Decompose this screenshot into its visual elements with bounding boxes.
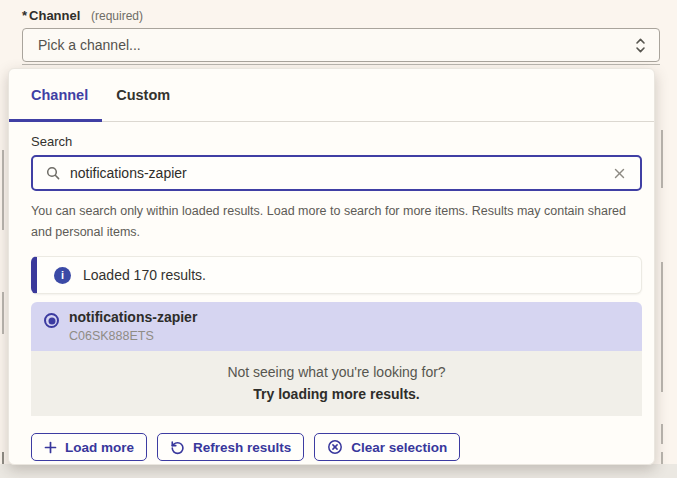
tab-custom[interactable]: Custom xyxy=(102,69,184,121)
radio-selected-icon[interactable] xyxy=(44,313,59,328)
loaded-results-text: Loaded 170 results. xyxy=(83,267,206,283)
background-form-fragment xyxy=(2,292,4,334)
background-form-fragment xyxy=(661,424,663,444)
required-asterisk: * xyxy=(22,8,27,23)
dropdown-content: Search You can search only within loaded… xyxy=(9,122,654,461)
page-bottom-strip xyxy=(0,464,677,478)
clear-circle-icon xyxy=(327,439,343,455)
background-form-fragment xyxy=(22,64,660,65)
field-label-text: Channel xyxy=(29,8,80,23)
select-chevron-icon xyxy=(634,36,647,55)
search-field xyxy=(31,155,642,191)
channel-select-placeholder: Pick a channel... xyxy=(38,37,141,53)
search-label: Search xyxy=(31,134,642,149)
refresh-results-button[interactable]: Refresh results xyxy=(157,433,304,461)
background-form-fragment xyxy=(661,130,663,188)
tab-channel[interactable]: Channel xyxy=(9,69,102,121)
not-seeing-question: Not seeing what you're looking for? xyxy=(41,364,632,380)
option-title: notifications-zapier xyxy=(69,309,197,326)
tab-custom-label: Custom xyxy=(116,87,170,103)
tab-bar: Channel Custom xyxy=(9,69,654,122)
refresh-results-label: Refresh results xyxy=(193,440,291,455)
refresh-icon xyxy=(170,440,185,455)
info-icon: i xyxy=(54,267,71,284)
not-seeing-hint: Not seeing what you're looking for? Try … xyxy=(31,351,642,416)
search-input[interactable] xyxy=(70,165,611,181)
required-hint: (required) xyxy=(91,9,143,23)
search-icon xyxy=(45,165,61,181)
loaded-results-alert: i Loaded 170 results. xyxy=(31,256,642,294)
clear-selection-button[interactable]: Clear selection xyxy=(314,433,460,461)
option-texts: notifications-zapier C06SK888ETS xyxy=(69,309,197,344)
search-clear-icon[interactable] xyxy=(611,165,628,182)
background-form-fragment xyxy=(661,262,663,392)
option-subtitle: C06SK888ETS xyxy=(69,329,197,344)
clear-selection-label: Clear selection xyxy=(351,440,447,455)
search-help-text: You can search only within loaded result… xyxy=(31,201,639,243)
tab-channel-label: Channel xyxy=(31,87,88,103)
load-more-label: Load more xyxy=(65,440,134,455)
try-loading-more-text[interactable]: Try loading more results. xyxy=(41,386,632,402)
channel-dropdown-panel: Channel Custom Search You can search onl… xyxy=(8,68,655,465)
load-more-button[interactable]: Load more xyxy=(31,433,147,461)
plus-icon xyxy=(44,441,57,454)
channel-field-label: *Channel (required) xyxy=(22,8,143,23)
dropdown-actions: Load more Refresh results Clear selectio… xyxy=(31,433,642,461)
channel-select[interactable]: Pick a channel... xyxy=(22,28,660,62)
background-form-fragment xyxy=(2,150,4,230)
channel-option-selected[interactable]: notifications-zapier C06SK888ETS xyxy=(31,302,642,351)
